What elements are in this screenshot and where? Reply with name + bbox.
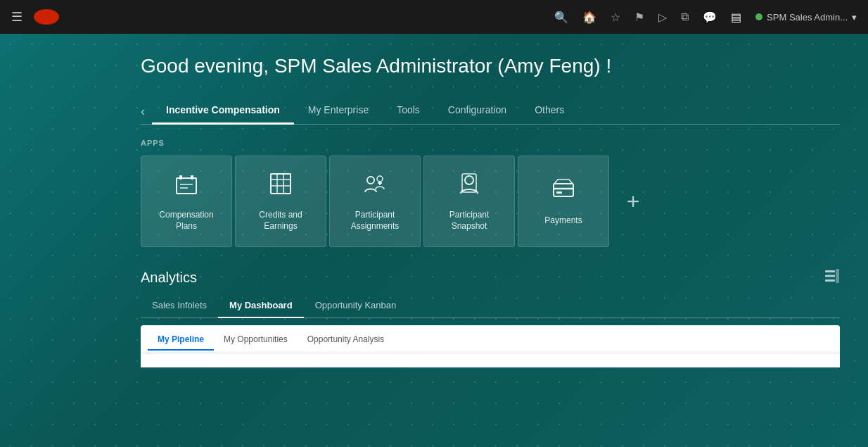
- credits-earnings-label: Credits andEarnings: [259, 210, 302, 232]
- bookmark-icon[interactable]: ☆: [611, 11, 620, 24]
- user-dropdown-icon: ▾: [852, 12, 857, 23]
- apps-section-label: APPS: [141, 139, 840, 147]
- play-icon[interactable]: ▷: [658, 11, 667, 24]
- app-participant-snapshot[interactable]: ParticipantSnapshot: [423, 156, 515, 247]
- inner-panel-tabs: My Pipeline My Opportunities Opportunity…: [141, 325, 840, 353]
- home-icon[interactable]: 🏠: [582, 11, 596, 24]
- participant-snapshot-label: ParticipantSnapshot: [449, 210, 490, 232]
- svg-rect-1: [179, 175, 182, 180]
- user-status-dot: [755, 13, 762, 20]
- svg-rect-19: [825, 270, 835, 272]
- compensation-plans-label: CompensationPlans: [159, 210, 213, 232]
- svg-point-10: [367, 177, 374, 184]
- svg-rect-20: [825, 275, 835, 277]
- participant-assignments-label: ParticipantAssignments: [351, 210, 400, 232]
- svg-rect-16: [554, 184, 573, 196]
- inner-tab-my-pipeline[interactable]: My Pipeline: [148, 329, 214, 350]
- tab-my-enterprise[interactable]: My Enterprise: [294, 99, 383, 124]
- main-content: Good evening, SPM Sales Administrator (A…: [0, 34, 868, 447]
- svg-rect-0: [177, 178, 196, 194]
- analytics-tab-opportunity-kanban[interactable]: Opportunity Kanban: [304, 296, 408, 317]
- apps-grid: CompensationPlans Credits andEarnings: [141, 156, 840, 247]
- analytics-tab-my-dashboard[interactable]: My Dashboard: [218, 296, 304, 317]
- list-icon[interactable]: ▤: [731, 11, 741, 24]
- greeting-text: Good evening, SPM Sales Administrator (A…: [141, 55, 840, 77]
- add-app-button[interactable]: +: [619, 187, 647, 215]
- inner-tab-opportunity-analysis[interactable]: Opportunity Analysis: [298, 329, 394, 350]
- app-payments[interactable]: Payments: [518, 156, 609, 247]
- app-compensation-plans[interactable]: CompensationPlans: [141, 156, 232, 247]
- layers-icon[interactable]: ⧉: [681, 11, 689, 23]
- tab-others[interactable]: Others: [521, 99, 578, 124]
- svg-point-14: [465, 176, 473, 184]
- svg-point-11: [377, 176, 383, 182]
- navbar-right: 🔍 🏠 ☆ ⚑ ▷ ⧉ 💬 ▤ SPM Sales Admin... ▾: [554, 11, 857, 24]
- navbar: ☰ 🔍 🏠 ☆ ⚑ ▷ ⧉ 💬 ▤ SPM Sales Admin... ▾: [0, 0, 868, 34]
- analytics-header: Analytics: [141, 268, 840, 287]
- analytics-tab-sales-infolets[interactable]: Sales Infolets: [141, 296, 218, 317]
- flag-icon[interactable]: ⚑: [634, 11, 644, 24]
- content-wrapper: Good evening, SPM Sales Administrator (A…: [0, 34, 868, 382]
- nav-tabs: ‹ Incentive Compensation My Enterprise T…: [141, 99, 840, 125]
- payments-label: Payments: [544, 215, 582, 227]
- payments-icon: [551, 177, 576, 207]
- svg-rect-5: [271, 174, 291, 194]
- participant-assignments-icon: [362, 171, 388, 201]
- compensation-plans-icon: [174, 171, 199, 201]
- participant-snapshot-icon: [457, 171, 482, 201]
- search-icon[interactable]: 🔍: [554, 11, 568, 24]
- app-credits-earnings[interactable]: Credits andEarnings: [235, 156, 326, 247]
- svg-rect-2: [191, 175, 193, 180]
- nav-back-arrow[interactable]: ‹: [141, 104, 145, 119]
- app-participant-assignments[interactable]: ParticipantAssignments: [329, 156, 421, 247]
- inner-panel: My Pipeline My Opportunities Opportunity…: [141, 325, 840, 367]
- oracle-logo: [34, 9, 59, 25]
- analytics-title: Analytics: [141, 270, 197, 286]
- chat-icon[interactable]: 💬: [703, 11, 717, 24]
- tab-tools[interactable]: Tools: [383, 99, 434, 124]
- hamburger-icon[interactable]: ☰: [11, 9, 23, 25]
- tab-configuration[interactable]: Configuration: [434, 99, 521, 124]
- credits-earnings-icon: [268, 171, 293, 201]
- svg-rect-21: [825, 279, 835, 282]
- analytics-tabs: Sales Infolets My Dashboard Opportunity …: [141, 296, 840, 318]
- svg-rect-22: [836, 269, 839, 283]
- inner-tab-my-opportunities[interactable]: My Opportunities: [214, 329, 298, 350]
- user-label: SPM Sales Admin...: [767, 12, 848, 23]
- tab-incentive-compensation[interactable]: Incentive Compensation: [152, 99, 294, 124]
- user-menu[interactable]: SPM Sales Admin... ▾: [755, 12, 857, 23]
- svg-rect-18: [556, 191, 562, 194]
- analytics-settings-icon[interactable]: [824, 268, 840, 287]
- navbar-left: ☰: [11, 9, 59, 25]
